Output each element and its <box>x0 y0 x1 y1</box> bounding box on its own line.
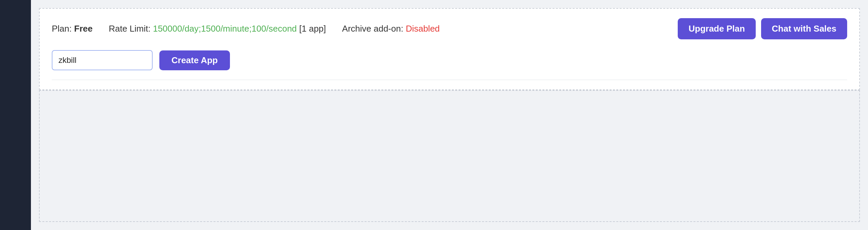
top-panel: Plan: Free Rate Limit: 150000/day;1500/m… <box>39 8 860 90</box>
plan-label: Plan: <box>52 24 74 34</box>
app-name-input[interactable] <box>52 50 153 70</box>
create-app-button[interactable]: Create App <box>159 51 230 70</box>
plan-value: Free <box>74 24 93 34</box>
main-content: Plan: Free Rate Limit: 150000/day;1500/m… <box>31 0 868 230</box>
info-bar: Plan: Free Rate Limit: 150000/day;1500/m… <box>52 18 847 39</box>
archive-info: Archive add-on: Disabled <box>342 24 440 34</box>
upgrade-plan-button[interactable]: Upgrade Plan <box>678 18 756 39</box>
archive-label: Archive add-on: <box>342 24 406 34</box>
rate-limit-value: 150000/day;1500/minute;100/second <box>153 24 297 34</box>
chat-with-sales-button[interactable]: Chat with Sales <box>761 18 847 39</box>
bottom-area <box>39 90 860 222</box>
sidebar <box>0 0 31 230</box>
rate-limit-app: [1 app] <box>297 24 326 34</box>
archive-status: Disabled <box>406 24 440 34</box>
section-divider <box>52 80 847 80</box>
create-row: Create App <box>52 50 847 73</box>
rate-limit-info: Rate Limit: 150000/day;1500/minute;100/s… <box>108 24 326 34</box>
plan-info: Plan: Free <box>52 24 92 34</box>
rate-limit-label: Rate Limit: <box>108 24 153 34</box>
